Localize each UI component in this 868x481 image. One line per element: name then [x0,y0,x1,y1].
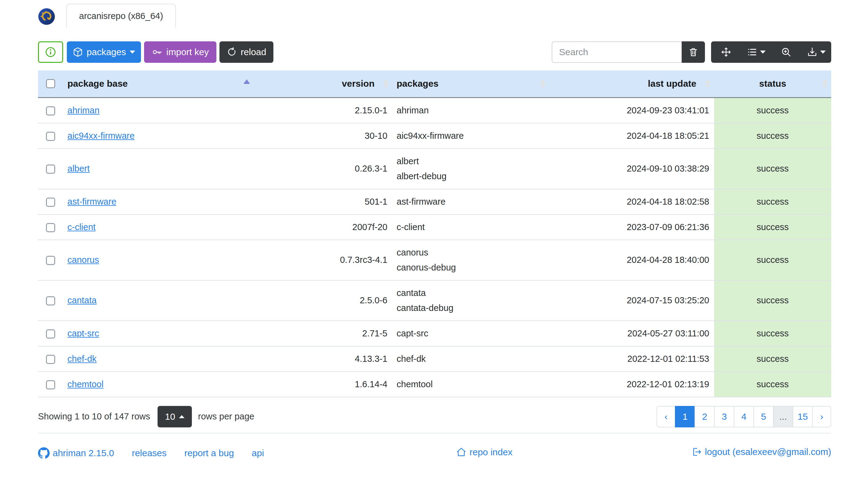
package-base-link[interactable]: ahriman [67,105,100,115]
package-base-link[interactable]: chemtool [67,379,103,389]
header-packages-label: packages [397,78,439,89]
row-checkbox[interactable] [46,329,55,339]
reload-button[interactable]: reload [219,41,273,63]
prev-page-button[interactable]: ‹ [656,406,676,427]
app-page: arcanisrepo (x86_64) packages import ke [0,0,868,463]
tab-repository[interactable]: arcanisrepo (x86_64) [66,4,176,28]
package-base-link[interactable]: capt-src [67,328,99,338]
info-button[interactable] [38,41,63,63]
table-row: ast-firmware 501-1 ast-firmware 2024-04-… [38,189,831,215]
version-cell: 4.13.3-1 [254,346,392,372]
select-all-header [38,70,63,97]
caret-down-icon [760,51,766,54]
report-bug-link[interactable]: report a bug [185,448,234,458]
header-last-update[interactable]: last update [549,70,714,97]
header-package-base[interactable]: package base [63,70,254,97]
footer-divider [38,433,831,434]
packages-cell: cantata cantata-debug [392,280,549,321]
logout-icon [691,447,702,457]
columns-dropdown-button[interactable] [741,41,771,63]
last-update-cell: 2024-04-18 18:05:21 [549,123,714,149]
row-checkbox[interactable] [46,256,55,265]
zoom-in-icon [781,46,792,58]
row-checkbox[interactable] [46,296,55,306]
package-base-link[interactable]: c-client [67,222,96,232]
github-version-link[interactable]: ahriman 2.15.0 [38,447,114,459]
packages-dropdown-button[interactable]: packages [67,41,141,63]
pagination-summary: Showing 1 to 10 of 147 rows [38,412,150,422]
next-page-button[interactable]: › [812,406,831,427]
last-update-cell: 2022-12-01 02:11:53 [549,346,714,372]
package-base-link[interactable]: ast-firmware [67,197,117,206]
packages-cell: chef-dk [392,346,549,372]
row-checkbox[interactable] [46,380,55,389]
import-key-button[interactable]: import key [144,41,216,63]
package-base-link[interactable]: albert [67,164,90,173]
header-version[interactable]: version [254,70,392,97]
box-icon [73,47,83,57]
home-icon [456,447,466,457]
packages-button-label: packages [87,47,126,57]
status-badge: success [714,240,831,280]
table-row: aic94xx-firmware 30-10 aic94xx-firmware … [38,123,831,149]
page-button-3[interactable]: 3 [714,406,734,427]
fullscreen-button[interactable] [711,41,741,63]
sort-icon [705,80,710,88]
last-update-cell: 2024-05-27 03:11:00 [549,321,714,346]
sort-icon [540,80,546,88]
row-checkbox[interactable] [46,355,55,364]
sort-ascending-icon [243,79,250,84]
packages-table: package base version packages last updat… [38,70,831,397]
version-cell: 1.6.14-4 [254,372,392,397]
toggle-search-button[interactable] [771,41,801,63]
search-input[interactable] [552,41,682,63]
last-update-cell: 2024-07-15 03:25:20 [549,280,714,321]
report-bug-link-label: report a bug [185,448,234,458]
version-cell: 0.7.3rc3-4.1 [254,240,392,280]
row-checkbox[interactable] [46,198,55,207]
select-all-checkbox[interactable] [46,79,55,88]
row-checkbox[interactable] [46,164,55,174]
reload-button-label: reload [241,47,266,57]
package-base-link[interactable]: chef-dk [67,354,97,364]
releases-link[interactable]: releases [132,448,166,458]
row-checkbox[interactable] [46,106,55,116]
page-button-2[interactable]: 2 [694,406,715,427]
page-button-5[interactable]: 5 [753,406,774,427]
version-cell: 30-10 [254,123,392,149]
page-size-dropdown[interactable]: 10 [158,406,192,427]
releases-link-label: releases [132,448,166,458]
header-packages[interactable]: packages [392,70,549,97]
page-size-value: 10 [165,412,175,422]
packages-cell: chemtool [392,372,549,397]
package-base-link[interactable]: aic94xx-firmware [67,131,134,140]
top-tab-bar: arcanisrepo (x86_64) [38,0,831,31]
package-base-link[interactable]: canorus [67,255,99,265]
export-dropdown-button[interactable] [801,41,831,63]
page-button-15[interactable]: 15 [793,406,813,427]
repo-index-link[interactable]: repo index [456,447,513,457]
api-link[interactable]: api [252,448,264,458]
packages-cell: ast-firmware [392,189,549,215]
caret-down-icon [820,51,826,54]
caret-up-icon [179,415,185,418]
arrows-move-icon [720,46,732,58]
package-base-link[interactable]: cantata [67,295,97,305]
row-checkbox[interactable] [46,132,55,141]
version-cell: 0.26.3-1 [254,149,392,189]
info-icon [45,46,56,58]
row-checkbox[interactable] [46,223,55,232]
clear-search-button[interactable] [682,41,705,63]
api-link-label: api [252,448,264,458]
logout-link[interactable]: logout (esalexeev@gmail.com) [691,447,831,457]
header-package-base-label: package base [67,78,128,89]
page-button-4[interactable]: 4 [734,406,754,427]
sort-icon [822,80,828,88]
header-status[interactable]: status [714,70,831,97]
list-columns-icon [747,46,758,58]
header-version-label: version [342,78,375,89]
page-button-1[interactable]: 1 [675,406,695,427]
last-update-cell: 2024-04-28 18:40:00 [549,240,714,280]
footer-center: repo index [456,447,513,459]
packages-cell: c-client [392,215,549,240]
